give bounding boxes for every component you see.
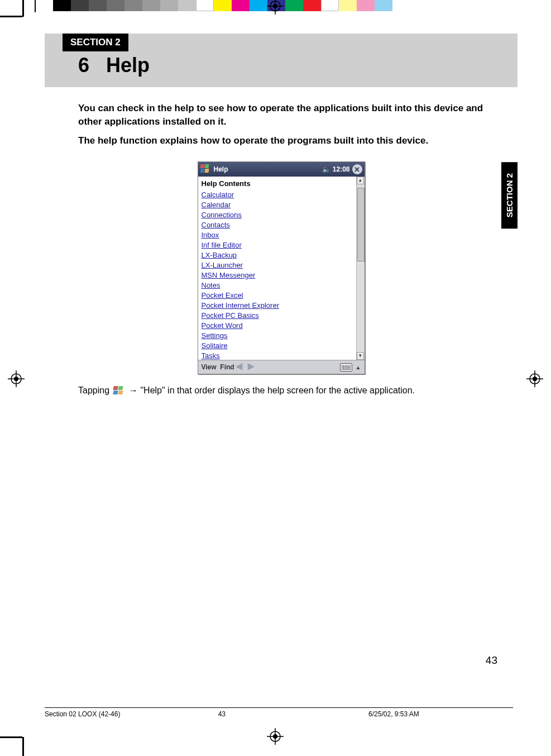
chapter-name: Help <box>106 54 150 77</box>
help-contents-header: Help Contents <box>202 179 353 189</box>
start-menu-icon <box>113 386 126 396</box>
close-icon[interactable]: ✕ <box>352 164 362 174</box>
caption-before: Tapping <box>78 386 112 395</box>
crop-mark <box>0 16 22 17</box>
titlebar: Help 🔈 12:08 ✕ <box>198 162 365 177</box>
screenshot-body: Help Contents CalculatorCalendarConnecti… <box>198 177 365 360</box>
help-link[interactable]: Pocket PC Basics <box>202 311 353 321</box>
help-link[interactable]: Inf file Editor <box>202 240 353 250</box>
color-swatch <box>285 0 303 11</box>
caption-after: → "Help" in that order displays the help… <box>129 386 415 395</box>
help-link[interactable]: Solitaire <box>202 341 353 351</box>
section-badge: SECTION 2 <box>63 34 128 51</box>
device-screenshot: Help 🔈 12:08 ✕ Help Contents CalculatorC… <box>198 161 365 374</box>
help-link[interactable]: Tasks <box>202 351 353 360</box>
help-link[interactable]: Pocket Internet Explorer <box>202 301 353 311</box>
registration-mark-icon <box>8 370 25 387</box>
color-swatch <box>232 0 250 11</box>
registration-mark-icon <box>267 0 284 15</box>
help-link[interactable]: Connections <box>202 210 353 220</box>
page-content: SECTION 2 6 Help SECTION 2 You can check… <box>45 34 518 722</box>
color-swatch <box>89 0 107 11</box>
color-swatch <box>196 0 214 11</box>
footer-slug: Section 02 LOOX (42-46) 43 6/25/02, 9:53… <box>45 707 513 718</box>
color-swatch <box>214 0 232 11</box>
printer-marks-top <box>0 0 551 19</box>
menu-find[interactable]: Find <box>220 363 234 371</box>
footer-doc-name: Section 02 LOOX (42-46) <box>45 710 218 718</box>
help-link[interactable]: LX-Backup <box>202 250 353 260</box>
color-swatch <box>71 0 89 11</box>
color-swatch <box>142 0 160 11</box>
help-link[interactable]: Pocket Excel <box>202 291 353 301</box>
color-swatch <box>107 0 124 11</box>
help-link[interactable]: Pocket Word <box>202 321 353 331</box>
color-swatch <box>124 0 142 11</box>
color-swatch <box>53 0 71 11</box>
registration-mark-icon <box>526 370 543 387</box>
crop-mark <box>22 737 24 756</box>
help-link[interactable]: MSN Messenger <box>202 270 353 280</box>
color-swatch <box>250 0 267 11</box>
intro-paragraph: The help function explains how to operat… <box>78 134 497 148</box>
scroll-up-button[interactable]: ▴ <box>357 177 364 184</box>
help-link[interactable]: LX-Launcher <box>202 260 353 270</box>
chapter-title: 6 Help <box>78 54 518 77</box>
clock-time[interactable]: 12:08 <box>333 165 350 173</box>
crop-mark <box>22 0 24 17</box>
intro-paragraph: You can check in the help to see how to … <box>78 102 497 129</box>
scroll-thumb[interactable] <box>357 188 365 261</box>
side-section-tab: SECTION 2 <box>501 162 518 229</box>
color-swatch <box>160 0 178 11</box>
help-contents-list: Help Contents CalculatorCalendarConnecti… <box>198 177 356 360</box>
chapter-header: SECTION 2 6 Help <box>45 34 518 87</box>
help-link[interactable]: Contacts <box>202 220 353 230</box>
command-bar: View Find ⯇ ⯈ ▲ <box>198 360 365 374</box>
help-link[interactable]: Notes <box>202 280 353 291</box>
menu-view[interactable]: View <box>202 363 217 371</box>
caption-text: Tapping → "Help" in that order displays … <box>78 384 497 397</box>
intro-text: You can check in the help to see how to … <box>78 102 497 147</box>
scroll-down-button[interactable]: ▾ <box>357 352 364 360</box>
color-swatch <box>339 0 357 11</box>
help-link[interactable]: Calendar <box>202 200 353 210</box>
footer-timestamp: 6/25/02, 9:53 AM <box>290 710 513 718</box>
color-swatch <box>375 0 392 11</box>
registration-mark-icon <box>267 728 284 745</box>
volume-icon[interactable]: 🔈 <box>322 165 330 173</box>
input-panel-toggle-icon[interactable]: ▲ <box>356 364 361 370</box>
footer-page: 43 <box>218 710 290 718</box>
color-calibration-bar <box>53 0 392 11</box>
color-swatch <box>178 0 196 11</box>
printer-marks-bottom <box>0 722 551 756</box>
color-swatch <box>357 0 375 11</box>
color-swatch <box>321 0 339 11</box>
color-swatch <box>303 0 321 11</box>
app-title: Help <box>214 165 228 173</box>
keyboard-icon[interactable] <box>340 363 352 372</box>
help-link[interactable]: Inbox <box>202 230 353 240</box>
nav-forward-icon[interactable]: ⯈ <box>247 363 255 372</box>
page-number: 43 <box>486 654 497 667</box>
chapter-number: 6 <box>78 54 89 77</box>
crop-mark <box>0 736 22 738</box>
nav-back-icon[interactable]: ⯇ <box>236 363 244 372</box>
start-menu-icon[interactable] <box>200 164 210 174</box>
crop-mark <box>35 0 36 12</box>
vertical-scrollbar[interactable]: ▴ ▾ <box>356 177 365 360</box>
help-link[interactable]: Calculator <box>202 190 353 200</box>
help-link[interactable]: Settings <box>202 331 353 341</box>
